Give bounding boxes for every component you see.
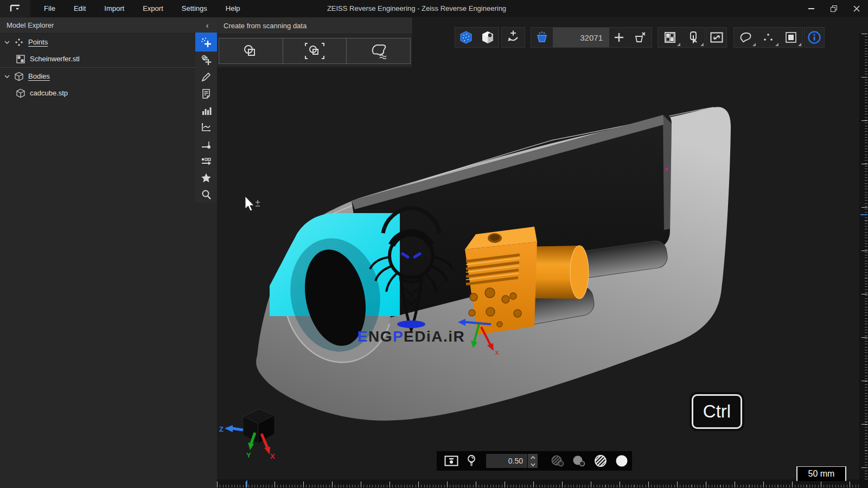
grid-view-button[interactable]: [658, 28, 681, 47]
mesh-icon: [16, 54, 25, 64]
ruler-cursor-marker: [860, 214, 867, 215]
left-toolbar: [195, 33, 217, 203]
transparency-off-button[interactable]: [547, 452, 568, 470]
tree-label[interactable]: Scheinwerfer.stl: [30, 55, 80, 63]
scan-panel: Create from scanning data: [217, 17, 413, 67]
opacity-spinner: 0.50: [486, 454, 538, 468]
measure-button[interactable]: [195, 136, 217, 152]
menu-file[interactable]: File: [35, 0, 65, 17]
add-points-button[interactable]: [195, 33, 217, 52]
watermark-text: ENGPEDiA.iR: [358, 328, 465, 345]
tree-group-bodies[interactable]: Bodies: [0, 68, 195, 85]
menubar: File Edit Import Export Settings Help: [35, 0, 250, 17]
scan-panel-header: Create from scanning data: [217, 17, 412, 34]
add-to-selection-button[interactable]: [609, 28, 629, 47]
model-explorer-header: Model Explorer ‹: [0, 17, 217, 34]
hatch-display-button[interactable]: [590, 452, 611, 470]
axis-x-label: X: [270, 452, 275, 460]
dropdown-corner-icon: [752, 43, 756, 46]
brush-add-button[interactable]: [502, 28, 525, 47]
scene-3d[interactable]: ENGPEDiA.iR x Z Y X: [217, 17, 868, 488]
ruler-corner: [859, 479, 868, 488]
tree-item-cadcube[interactable]: cadcube.stp: [0, 85, 195, 101]
create-shape-from-selection-button[interactable]: [283, 38, 347, 63]
point-count-field[interactable]: 32071: [553, 28, 609, 47]
points-view-button[interactable]: [455, 28, 477, 47]
scan-panel-title: Create from scanning data: [224, 22, 307, 30]
tree-label[interactable]: Bodies: [28, 72, 50, 80]
model-explorer-title: Model Explorer: [7, 21, 54, 29]
spin-down-icon[interactable]: [528, 461, 538, 468]
restore-icon[interactable]: [822, 0, 845, 17]
menu-settings[interactable]: Settings: [173, 0, 216, 17]
point-select-button[interactable]: [757, 28, 780, 47]
body-cube-icon: [14, 72, 24, 81]
menu-import[interactable]: Import: [95, 0, 133, 17]
menu-help[interactable]: Help: [216, 0, 250, 17]
transparency-half-button[interactable]: [569, 452, 590, 470]
draw-pencil-button[interactable]: [195, 68, 217, 85]
display-mode-group: [455, 27, 499, 48]
window-controls: [800, 0, 868, 17]
solid-display-button[interactable]: [612, 452, 633, 470]
create-freeform-surface-button[interactable]: [347, 38, 410, 63]
vertical-ruler: [859, 34, 868, 479]
rect-select-button[interactable]: [780, 28, 802, 47]
scale-bar: 50 mm: [796, 466, 846, 481]
axis-y-label: Y: [246, 451, 251, 459]
remove-from-selection-button[interactable]: [629, 28, 652, 47]
dropdown-corner-icon: [677, 43, 680, 46]
histogram-button[interactable]: [195, 102, 217, 119]
collapse-panel-icon[interactable]: ‹: [203, 20, 212, 31]
view-options-group: [658, 27, 705, 48]
tree-item-scheinwerfer[interactable]: Scheinwerfer.stl: [0, 50, 195, 67]
create-shape-from-region-button[interactable]: [219, 38, 283, 63]
magenta-scan-point: [666, 168, 668, 171]
pick-mode-button[interactable]: [681, 28, 705, 47]
info-group: [804, 27, 825, 48]
chevron-down-icon[interactable]: [4, 38, 12, 46]
spin-up-icon[interactable]: [528, 454, 538, 461]
info-button[interactable]: [805, 28, 824, 47]
search-button[interactable]: [195, 186, 217, 203]
dropdown-corner-icon: [775, 43, 778, 46]
chevron-down-icon[interactable]: [4, 72, 12, 80]
fit-view-button[interactable]: [707, 28, 726, 47]
menu-export[interactable]: Export: [133, 0, 173, 17]
navigation-cube[interactable]: Z Y X: [219, 409, 275, 460]
viewport[interactable]: ENGPEDiA.iR x Z Y X: [217, 17, 868, 488]
menu-edit[interactable]: Edit: [65, 0, 95, 17]
triad-x-label: x: [495, 349, 499, 356]
scan-buttons: [219, 38, 411, 64]
tree-label[interactable]: cadcube.stp: [30, 89, 68, 97]
opacity-value[interactable]: 0.50: [486, 454, 527, 468]
minimize-icon[interactable]: [800, 0, 822, 17]
light-button[interactable]: [462, 452, 482, 470]
app-logo-icon: [0, 0, 30, 17]
deviation-plot-button[interactable]: [195, 119, 217, 136]
horizontal-ruler: [217, 479, 859, 488]
key-overlay-ctrl: Ctrl: [692, 394, 742, 429]
axis-z-label: Z: [219, 425, 224, 433]
dropdown-corner-icon: [700, 43, 704, 46]
model-tree: Points Scheinwerfer.stl Bodies cadcube.s…: [0, 34, 195, 101]
lasso-select-button[interactable]: [734, 28, 757, 47]
favorites-star-button[interactable]: [195, 169, 217, 186]
window-title: ZEISS Reverse Engineering - Zeiss Revers…: [327, 0, 506, 17]
tree-group-points[interactable]: Points: [0, 34, 195, 50]
dropdown-corner-icon: [798, 43, 801, 46]
sequence-button[interactable]: [195, 152, 217, 169]
selection-basket-icon[interactable]: [531, 28, 553, 47]
fit-view-group: [706, 27, 727, 48]
titlebar: File Edit Import Export Settings Help ZE…: [0, 0, 868, 17]
report-document-button[interactable]: [195, 85, 217, 102]
close-icon[interactable]: [845, 0, 868, 17]
selection-basket-group: 32071: [531, 27, 652, 48]
screenshot-button[interactable]: [441, 452, 462, 470]
solid-view-button[interactable]: [477, 28, 499, 47]
points-icon: [14, 37, 24, 47]
mouse-cursor: [245, 196, 260, 211]
tree-label[interactable]: Points: [28, 38, 48, 46]
add-geometry-button[interactable]: [195, 52, 217, 68]
brush-add-group: [501, 27, 525, 48]
